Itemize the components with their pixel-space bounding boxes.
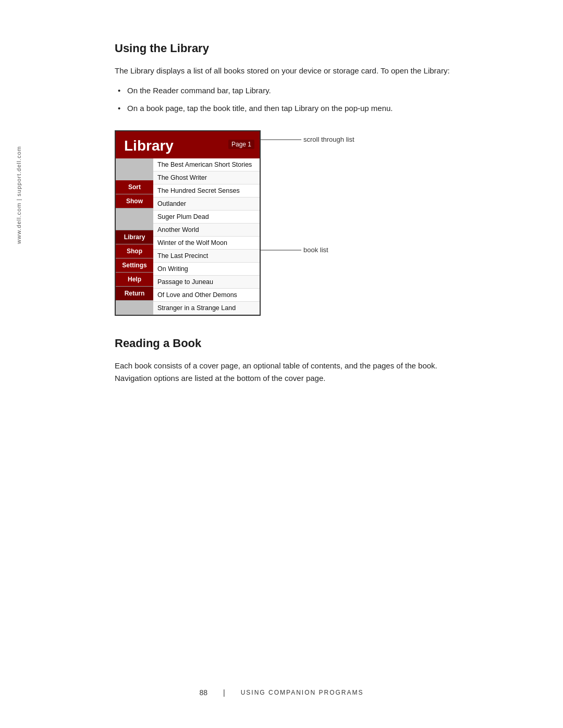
sidebar-show-btn[interactable]: Show [116, 194, 153, 208]
library-header: Library Page 1 [116, 131, 260, 158]
sidebar-return-btn[interactable]: Return [116, 287, 153, 301]
device-area: Library Page 1 Sort Show Library Shop Se… [115, 130, 469, 316]
sidebar-sort-btn[interactable]: Sort [116, 180, 153, 194]
library-booklist: The Best American Short Stories The Ghos… [153, 158, 260, 315]
side-text: www.dell.com | support.dell.com [16, 146, 22, 244]
sidebar-spacer [116, 158, 153, 180]
section1-heading: Using the Library [115, 42, 469, 55]
sidebar-help-btn[interactable]: Help [116, 273, 153, 287]
section2-heading: Reading a Book [115, 337, 469, 350]
book-item-1[interactable]: The Ghost Writer [153, 171, 260, 184]
sidebar-library-btn[interactable]: Library [116, 230, 153, 244]
svg-text:book list: book list [303, 246, 328, 254]
bullet-item-1: On the Reader command bar, tap Library. [115, 84, 469, 97]
bullet-list: On the Reader command bar, tap Library. … [115, 84, 469, 115]
sidebar-gap [116, 208, 153, 230]
library-sidebar: Sort Show Library Shop Settings Help Ret… [116, 158, 153, 315]
footer-label: Using Companion Programs [241, 689, 364, 696]
library-body: Sort Show Library Shop Settings Help Ret… [116, 158, 260, 315]
footer-divider: | [223, 688, 225, 697]
library-title: Library [124, 138, 174, 154]
book-item-7[interactable]: The Last Precinct [153, 250, 260, 263]
book-item-10[interactable]: Of Love and Other Demons [153, 289, 260, 302]
book-item-2[interactable]: The Hundred Secret Senses [153, 184, 260, 198]
device-screenshot: Library Page 1 Sort Show Library Shop Se… [115, 130, 261, 316]
book-item-6[interactable]: Winter of the Wolf Moon [153, 237, 260, 250]
book-item-5[interactable]: Another World [153, 224, 260, 237]
book-item-8[interactable]: On Writing [153, 263, 260, 276]
sidebar-settings-btn[interactable]: Settings [116, 258, 153, 273]
library-page-label: Page 1 [228, 140, 254, 149]
bullet-item-2: On a book page, tap the book title, and … [115, 102, 469, 115]
book-item-9[interactable]: Passage to Juneau [153, 276, 260, 289]
book-item-3[interactable]: Outlander [153, 198, 260, 211]
svg-text:scroll through list: scroll through list [303, 135, 354, 143]
page-container: www.dell.com | support.dell.com Using th… [0, 0, 563, 728]
section2-text: Each book consists of a cover page, an o… [115, 360, 469, 385]
sidebar-shop-btn[interactable]: Shop [116, 244, 153, 258]
annotation-svg: scroll through list book list [260, 130, 432, 328]
page-footer: 88 | Using Companion Programs [0, 688, 563, 697]
book-item-0[interactable]: The Best American Short Stories [153, 158, 260, 171]
book-item-4[interactable]: Suger Plum Dead [153, 211, 260, 224]
book-item-11[interactable]: Stranger in a Strange Land [153, 302, 260, 315]
footer-page-number: 88 [199, 688, 207, 697]
section1-intro: The Library displays a list of all books… [115, 65, 469, 77]
reading-section: Reading a Book Each book consists of a c… [115, 337, 469, 385]
